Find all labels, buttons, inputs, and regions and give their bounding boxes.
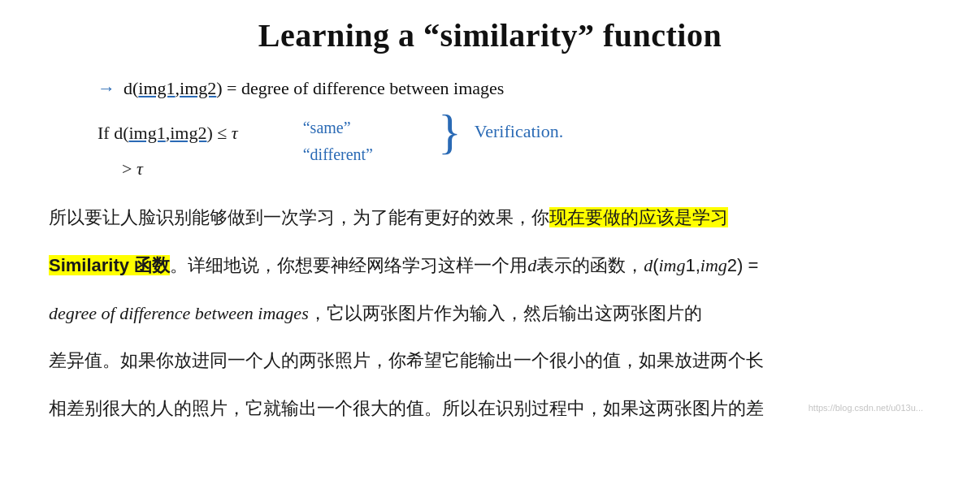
- curly-brace-icon: }: [438, 107, 462, 156]
- similarity-bold-highlighted: Similarity 函数: [49, 255, 170, 275]
- condition-line-1: If d(img1,img2) ≤ τ: [98, 115, 238, 151]
- italic-formula-text: degree of difference between images: [49, 303, 309, 323]
- formula-line-1: → d(img1,img2) = degree of difference be…: [98, 74, 931, 102]
- formula-d-expression: d(img1,img2) = degree of difference betw…: [124, 74, 504, 102]
- formula-conditions: If d(img1,img2) ≤ τ > τ “same” “differen…: [49, 115, 931, 187]
- paragraph-1: 所以要让人脸识别能够做到一次学习，为了能有更好的效果，你现在要做的应该是学习: [49, 201, 931, 235]
- handwritten-same: “same”: [303, 119, 373, 137]
- paragraph-2: Similarity 函数。详细地说，你想要神经网络学习这样一个用d表示的函数，…: [49, 249, 931, 283]
- condition-line-2: > τ: [98, 151, 238, 187]
- brace-verification-block: } Verification.: [438, 107, 563, 156]
- handwritten-labels: “same” “different”: [303, 119, 373, 164]
- arrow-icon: →: [98, 74, 115, 102]
- handwritten-different: “different”: [303, 145, 373, 164]
- img2-text: img2: [180, 78, 216, 98]
- conditions-if-block: If d(img1,img2) ≤ τ > τ: [98, 115, 238, 187]
- paragraph-5: 相差别很大的人的照片，它就输出一个很大的值。所以在识别过程中，如果这两张图片的差: [49, 392, 931, 426]
- page-title: Learning a “similarity” function: [49, 16, 931, 54]
- img1-text: img1: [138, 78, 175, 98]
- paragraph-4: 差异值。如果你放进同一个人的两张照片，你希望它能输出一个很小的值，如果放进两个长: [49, 344, 931, 378]
- paragraph-3: degree of difference between images，它以两张…: [49, 297, 931, 331]
- verification-label: Verification.: [475, 121, 563, 142]
- watermark: https://blog.csdn.net/u013u...: [809, 403, 923, 413]
- highlighted-text-1: 现在要做的应该是学习: [549, 207, 728, 227]
